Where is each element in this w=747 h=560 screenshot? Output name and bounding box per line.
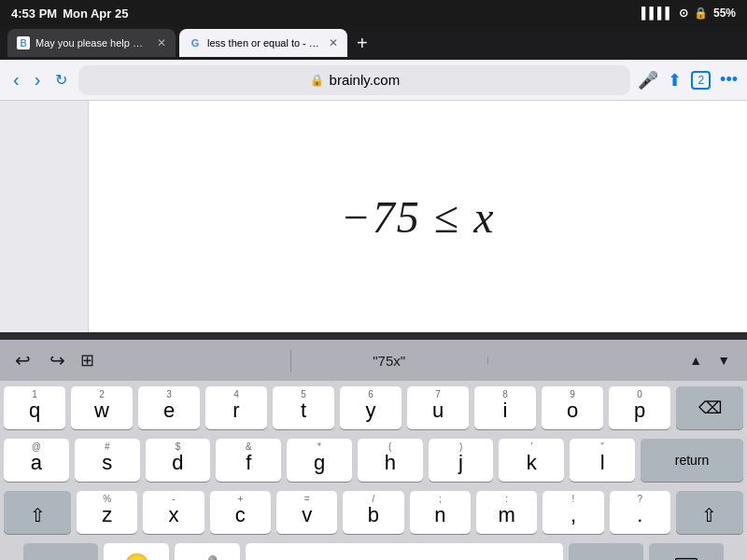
keyboard-separator xyxy=(0,332,747,340)
forward-button[interactable]: › xyxy=(31,65,45,94)
key-row-4: .?123 😊 🎤 .?123 ⌨ xyxy=(4,543,743,560)
key-b[interactable]: /b xyxy=(343,491,403,534)
address-lock-icon: 🔒 xyxy=(310,74,324,87)
signal-icon: ▌▌▌▌ xyxy=(641,7,673,20)
wifi-icon: ⊙ xyxy=(679,7,688,20)
address-bar[interactable]: 🔒 brainly.com xyxy=(78,65,630,95)
left-shift-key[interactable]: ⇧ xyxy=(4,491,71,534)
backspace-key[interactable]: ⌫ xyxy=(676,386,743,429)
status-bar: 4:53 PM Mon Apr 25 ▌▌▌▌ ⊙ 🔒 55% xyxy=(0,0,747,26)
key-h[interactable]: (h xyxy=(358,439,423,482)
nav-bar: ‹ › ↻ 🔒 brainly.com 🎤 ⬆ 2 ••• xyxy=(0,60,747,101)
redo-button[interactable]: ↪ xyxy=(46,345,69,375)
back-button[interactable]: ‹ xyxy=(9,65,23,94)
key-s[interactable]: #s xyxy=(75,439,140,482)
key-m[interactable]: :m xyxy=(476,491,537,534)
prediction-left[interactable] xyxy=(94,357,290,364)
tabs-button[interactable]: 2 xyxy=(691,71,711,90)
emoji-key[interactable]: 😊 xyxy=(104,543,169,560)
tab-close-2[interactable]: ✕ xyxy=(329,36,338,49)
return-key[interactable]: return xyxy=(641,439,743,482)
tab-bar: B May you please help me... ✕ G less the… xyxy=(0,26,747,60)
key-g[interactable]: *g xyxy=(287,439,352,482)
key-d[interactable]: $d xyxy=(146,439,211,482)
key-row-2: @a #s $d &f *g (h )j 'k "l return xyxy=(4,439,743,482)
key-period[interactable]: ?. xyxy=(610,491,670,534)
key-p[interactable]: 0p xyxy=(609,386,670,429)
keyboard-switcher-key[interactable]: ⌨ xyxy=(649,543,724,560)
keyboard: ↩ ↪ ⊞ "75x" ▲ ▼ 1q 2w 3e 4r 5t 6y 7u 8i … xyxy=(0,340,747,560)
key-v[interactable]: =v xyxy=(276,491,337,534)
key-a[interactable]: @a xyxy=(4,439,69,482)
key-f[interactable]: &f xyxy=(216,439,281,482)
key-n[interactable]: ;n xyxy=(410,491,471,534)
key-c[interactable]: +c xyxy=(210,491,271,534)
reload-button[interactable]: ↻ xyxy=(51,67,71,92)
prediction-center[interactable]: "75x" xyxy=(290,349,487,372)
undo-button[interactable]: ↩ xyxy=(11,345,35,375)
key-y[interactable]: 6y xyxy=(340,386,402,429)
key-x[interactable]: -x xyxy=(143,491,204,534)
tab-google-2[interactable]: G less then or equal to - G... ✕ xyxy=(179,29,347,57)
key-comma[interactable]: !, xyxy=(543,491,603,534)
clipboard-button[interactable]: ⊞ xyxy=(80,350,94,371)
key-z[interactable]: %z xyxy=(77,491,137,534)
key-r[interactable]: 4r xyxy=(205,386,267,429)
tab-close-1[interactable]: ✕ xyxy=(157,36,166,49)
key-123-left[interactable]: .?123 xyxy=(23,543,98,560)
math-neg: −75 ≤ x xyxy=(340,192,495,242)
arrow-up-button[interactable]: ▲ xyxy=(684,351,708,370)
key-row-3: ⇧ %z -x +c =v /b ;n :m !, ?. ⇧ xyxy=(4,491,743,534)
prediction-bar: "75x" xyxy=(94,349,684,372)
prediction-right[interactable] xyxy=(487,357,684,364)
key-w[interactable]: 2w xyxy=(71,386,133,429)
more-button[interactable]: ••• xyxy=(720,70,738,90)
key-o[interactable]: 9o xyxy=(542,386,603,429)
keyboard-rows: 1q 2w 3e 4r 5t 6y 7u 8i 9o 0p ⌫ @a #s $d… xyxy=(0,381,747,560)
key-e[interactable]: 3e xyxy=(138,386,200,429)
key-row-1: 1q 2w 3e 4r 5t 6y 7u 8i 9o 0p ⌫ xyxy=(4,386,743,429)
key-k[interactable]: 'k xyxy=(499,439,564,482)
mic-button[interactable]: 🎤 xyxy=(638,70,658,91)
time-display: 4:53 PM xyxy=(11,7,57,21)
new-tab-button[interactable]: + xyxy=(351,33,374,54)
key-l[interactable]: "l xyxy=(570,439,635,482)
share-button[interactable]: ⬆ xyxy=(668,70,682,91)
tab-label-1: May you please help me... xyxy=(35,37,151,49)
key-t[interactable]: 5t xyxy=(273,386,334,429)
address-text: brainly.com xyxy=(330,72,401,88)
key-q[interactable]: 1q xyxy=(4,386,65,429)
space-key[interactable] xyxy=(246,543,563,560)
right-shift-key[interactable]: ⇧ xyxy=(676,491,743,534)
date-display: Mon Apr 25 xyxy=(63,7,128,21)
arrow-down-button[interactable]: ▼ xyxy=(712,351,736,370)
tab-label-2: less then or equal to - G... xyxy=(207,37,323,49)
battery-display: 55% xyxy=(713,7,736,20)
keyboard-toolbar: ↩ ↪ ⊞ "75x" ▲ ▼ xyxy=(0,340,747,381)
key-123-right[interactable]: .?123 xyxy=(569,543,643,560)
key-j[interactable]: )j xyxy=(429,439,494,482)
lock-icon: 🔒 xyxy=(694,7,708,20)
content-area: −75 ≤ x xyxy=(89,101,747,332)
math-expression: −75 ≤ x xyxy=(340,191,495,243)
mic-key[interactable]: 🎤 xyxy=(175,543,240,560)
key-i[interactable]: 8i xyxy=(474,386,536,429)
key-u[interactable]: 7u xyxy=(407,386,469,429)
tab-brainly-1[interactable]: B May you please help me... ✕ xyxy=(7,29,176,57)
main-content: −75 ≤ x xyxy=(0,101,747,332)
left-sidebar xyxy=(0,101,89,332)
